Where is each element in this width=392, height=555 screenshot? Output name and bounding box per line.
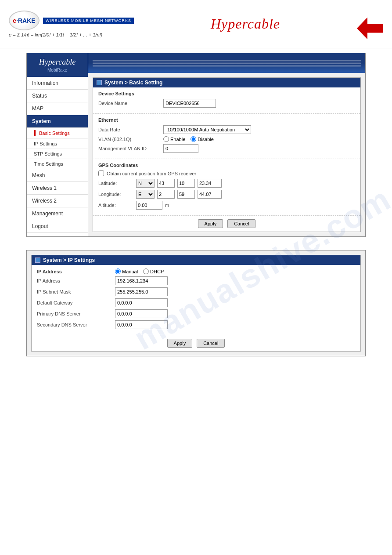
device-settings-section: Device Settings Device Name xyxy=(93,87,360,114)
basic-settings-cancel-btn[interactable]: Cancel xyxy=(227,219,255,228)
sidebar-item-ip-settings[interactable]: IP Settings xyxy=(27,139,88,149)
ethernet-section: Ethernet Data Rate 10/100/1000M Auto Neg… xyxy=(93,114,360,159)
basic-settings-apply-btn[interactable]: Apply xyxy=(198,219,223,228)
ip-manual-radio[interactable]: Manual xyxy=(115,268,138,274)
sidebar-logo-text: Hypercable xyxy=(30,58,84,67)
sidebar-item-status[interactable]: Status xyxy=(27,90,88,102)
sidebar-item-stp-settings[interactable]: STP Settings xyxy=(27,149,88,159)
ip-manual-input[interactable] xyxy=(115,268,121,274)
formula-text: e = Σ 1/n! = lim(1/0! + 1/1! + 1/2! + ..… xyxy=(9,32,102,37)
ip-address-row: IP Address xyxy=(37,276,355,285)
sidebar-item-information[interactable]: Information xyxy=(27,77,88,90)
ethernet-label: Ethernet xyxy=(98,117,355,123)
sidebar-item-management[interactable]: Management xyxy=(27,207,88,220)
ip-content-body: System > IP Settings IP Address Manual xyxy=(27,250,365,356)
device-name-input[interactable] xyxy=(163,99,216,108)
ip-address-label: IP Address xyxy=(37,278,111,283)
latitude-row: Latitude: N S xyxy=(98,179,355,188)
mgmt-vlan-label: Management VLAN ID xyxy=(98,146,160,151)
gps-checkbox-label: Obtain current position from GPS receive… xyxy=(107,171,196,176)
data-rate-label: Data Rate xyxy=(98,127,160,132)
subnet-mask-label: IP Subnet Mask xyxy=(37,289,111,294)
ip-dhcp-input[interactable] xyxy=(143,268,149,274)
basic-settings-form-panel: System > Basic Setting Device Settings D… xyxy=(93,77,361,232)
sidebar-logo: Hypercable MobiRake xyxy=(27,53,88,77)
altitude-input[interactable] xyxy=(136,201,162,210)
altitude-label: Altitude: xyxy=(98,203,133,208)
longitude-deg-input[interactable] xyxy=(157,190,175,199)
sidebar-item-map[interactable]: MAP xyxy=(27,102,88,115)
vlan-enable-label: Enable xyxy=(170,137,185,142)
latitude-label: Latitude: xyxy=(98,181,133,186)
ip-settings-cancel-btn[interactable]: Cancel xyxy=(197,339,225,348)
gps-checkbox[interactable] xyxy=(98,170,104,176)
longitude-row: Longitude: E W xyxy=(98,190,355,199)
subnet-mask-row: IP Subnet Mask xyxy=(37,287,355,296)
altitude-row: Altitude: m xyxy=(98,201,355,210)
ip-address-section: IP Address Manual DHCP xyxy=(32,265,360,335)
header-left: e·RAKE WIRELESS MOBILE MESH NETWORKS e =… xyxy=(9,11,134,37)
latitude-sec-input[interactable] xyxy=(198,179,222,188)
subnet-mask-input[interactable] xyxy=(115,287,168,296)
longitude-min-input[interactable] xyxy=(177,190,195,199)
content-header-bar xyxy=(88,53,365,73)
secondary-dns-input[interactable] xyxy=(115,320,168,329)
basic-settings-title: System > Basic Setting xyxy=(93,78,360,87)
ip-dhcp-label: DHCP xyxy=(150,269,164,274)
secondary-dns-label: Secondary DNS Server xyxy=(37,322,111,327)
data-rate-select[interactable]: 10/100/1000M Auto Negotiation 10M 100M 1… xyxy=(163,125,251,134)
secondary-dns-row: Secondary DNS Server xyxy=(37,320,355,329)
device-name-row: Device Name xyxy=(98,99,355,108)
ip-settings-title: System > IP Settings xyxy=(32,255,360,265)
mgmt-vlan-row: Management VLAN ID xyxy=(98,144,355,153)
vlan-disable-input[interactable] xyxy=(191,136,196,142)
ip-settings-apply-btn[interactable]: Apply xyxy=(167,339,193,348)
sidebar-item-wireless1[interactable]: Wireless 1 xyxy=(27,182,88,195)
main-content: Hypercable MobiRake Information Status M… xyxy=(0,48,392,361)
erake-brand-text: e·RAKE xyxy=(13,17,35,24)
vlan-label: VLAN (802.1Q) xyxy=(98,137,160,142)
mgmt-vlan-input[interactable] xyxy=(163,144,198,153)
data-rate-row: Data Rate 10/100/1000M Auto Negotiation … xyxy=(98,125,355,134)
primary-dns-row: Primary DNS Server xyxy=(37,309,355,318)
ip-panel-title-icon xyxy=(35,258,40,263)
sidebar-item-logout[interactable]: Logout xyxy=(27,220,88,233)
vlan-disable-radio[interactable]: Disable xyxy=(191,136,214,142)
sidebar-item-time-settings[interactable]: Time Settings xyxy=(27,159,88,169)
sidebar-item-mesh[interactable]: Mesh xyxy=(27,169,88,182)
latitude-min-input[interactable] xyxy=(177,179,195,188)
back-arrow-button[interactable] xyxy=(357,18,383,40)
device-settings-label: Device Settings xyxy=(98,91,355,96)
ip-mode-row: IP Address Manual DHCP xyxy=(37,268,355,274)
gateway-row: Default Gateway xyxy=(37,298,355,307)
ip-manual-label: Manual xyxy=(122,269,138,274)
logo-container: e·RAKE WIRELESS MOBILE MESH NETWORKS xyxy=(9,11,134,30)
gps-section: GPS Coordinates Obtain current position … xyxy=(93,159,360,216)
vlan-disable-label: Disable xyxy=(198,137,214,142)
sidebar: Hypercable MobiRake Information Status M… xyxy=(27,53,88,236)
sidebar-nav: Information Status MAP System Basic Sett… xyxy=(27,77,88,233)
vlan-enable-radio[interactable]: Enable xyxy=(163,136,185,142)
longitude-sec-input[interactable] xyxy=(198,190,222,199)
longitude-label: Longitude: xyxy=(98,192,133,197)
ip-settings-panel: System > IP Settings IP Address Manual xyxy=(26,250,366,356)
ip-address-input[interactable] xyxy=(115,276,168,285)
latitude-dir-select[interactable]: N S xyxy=(136,179,155,188)
sidebar-item-system[interactable]: System xyxy=(27,115,88,128)
sidebar-item-basic-settings[interactable]: Basic Settings xyxy=(27,128,88,139)
primary-dns-input[interactable] xyxy=(115,309,168,318)
tagline: WIRELESS MOBILE MESH NETWORKS xyxy=(43,18,134,24)
ip-address-section-label: IP Address xyxy=(37,269,111,274)
ip-settings-btn-row: Apply Cancel xyxy=(32,335,360,351)
basic-settings-panel: Hypercable MobiRake Information Status M… xyxy=(26,53,366,237)
gateway-label: Default Gateway xyxy=(37,300,111,305)
vlan-row: VLAN (802.1Q) Enable Disable xyxy=(98,136,355,142)
gateway-input[interactable] xyxy=(115,298,168,307)
latitude-deg-input[interactable] xyxy=(157,179,175,188)
erake-logo: e·RAKE xyxy=(9,11,40,30)
sidebar-item-wireless2[interactable]: Wireless 2 xyxy=(27,195,88,207)
ip-dhcp-radio[interactable]: DHCP xyxy=(143,268,164,274)
vlan-enable-input[interactable] xyxy=(163,136,169,142)
page-header: e·RAKE WIRELESS MOBILE MESH NETWORKS e =… xyxy=(0,0,392,48)
longitude-dir-select[interactable]: E W xyxy=(136,190,155,199)
